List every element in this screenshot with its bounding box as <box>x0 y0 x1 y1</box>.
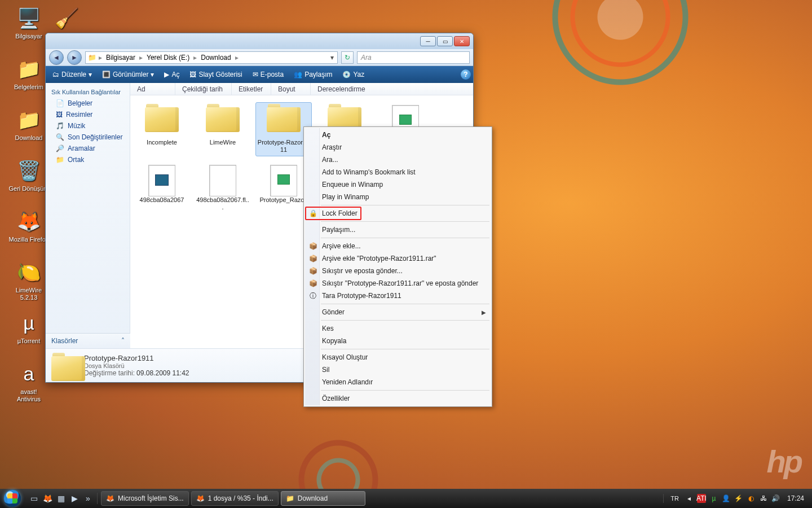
burn-button[interactable]: 💿Yaz <box>338 69 369 80</box>
slideshow-button[interactable]: 🖼Slayt Gösterisi <box>185 69 246 80</box>
organize-button[interactable]: 🗂Düzenle ▾ <box>48 69 96 80</box>
ql-firefox[interactable]: 🦊 <box>42 493 53 504</box>
folder-icon <box>145 107 179 132</box>
ql-media[interactable]: ▶ <box>69 493 80 504</box>
desktop-icon-bilgisayar[interactable]: 🖥️Bilgisayar <box>8 5 49 40</box>
ctx-ara-[interactable]: Ara... <box>305 154 491 166</box>
ctx-kopyala[interactable]: Kopyala <box>305 335 491 347</box>
favlinks-header: Sık Kullanılan Bağlantılar <box>46 86 130 98</box>
item-6[interactable]: 498cba08a2067.fl... <box>195 162 251 214</box>
nav-link-ortak[interactable]: 📁Ortak <box>46 154 130 165</box>
views-button[interactable]: 🔳Görünümler ▾ <box>98 69 158 80</box>
ctx-ar-ive-ekle-prototype-razor191[interactable]: 📦Arşive ekle "Prototype-Razor1911.rar" <box>305 252 491 265</box>
nav-link-müzik[interactable]: 🎵Müzik <box>46 120 130 132</box>
forward-button[interactable]: ► <box>67 50 82 65</box>
ctx-enqueue-in-winamp[interactable]: Enqueue in Winamp <box>305 178 491 191</box>
nav-icon: 🎵 <box>56 122 64 130</box>
ctx--zellikler[interactable]: Özellikler <box>305 392 491 405</box>
task-microsoft-i-letim-si[interactable]: 🦊Microsoft İşletim Sis... <box>101 491 189 506</box>
tray-volume-icon[interactable]: 🔊 <box>771 494 780 503</box>
desktop-icon-geri-d-n-m[interactable]: 🗑️Geri Dönüşüm <box>8 157 49 192</box>
folders-toggle[interactable]: Klasörler˄ <box>46 333 130 348</box>
nav-link-resimler[interactable]: 🖼Resimler <box>46 109 130 120</box>
ctx-kes[interactable]: Kes <box>305 322 491 335</box>
language-indicator[interactable]: TR <box>668 495 681 502</box>
minimize-button[interactable]: ─ <box>420 36 436 46</box>
ctx-tara-prototype-razor1911[interactable]: ⓘTara Prototype-Razor1911 <box>305 290 491 302</box>
ctx-lock-folder[interactable]: 🔒Lock Folder <box>305 207 491 220</box>
ctx-item-icon: 📦 <box>308 279 317 288</box>
ql-more[interactable]: » <box>82 493 94 504</box>
maximize-button[interactable]: ▭ <box>437 36 453 46</box>
tray-expand-icon[interactable]: ◂ <box>685 494 694 503</box>
ctx-s-k-t-r-ve-eposta-g-nder-[interactable]: 📦Sıkıştır ve eposta gönder... <box>305 265 491 277</box>
tray-utorrent-icon[interactable]: µ <box>709 494 718 503</box>
help-button[interactable]: ? <box>461 69 471 80</box>
ctx-g-nder[interactable]: Gönder▶ <box>305 306 491 318</box>
ctx-ar-ive-ekle-[interactable]: 📦Arşive ekle... <box>305 240 491 252</box>
desktop-icon-mozilla-firefox[interactable]: 🦊Mozilla Firefox <box>8 208 49 243</box>
ctx-a-[interactable]: Aç <box>305 129 491 141</box>
window-titlebar[interactable]: ─ ▭ ✕ <box>46 33 473 49</box>
ctx-k-sayol-olu-tur[interactable]: Kısayol Oluştur <box>305 351 491 364</box>
nav-link-belgeler[interactable]: 📄Belgeler <box>46 98 130 109</box>
col-name[interactable]: Ad <box>130 83 175 95</box>
desktop-icon-belgelerim[interactable]: 📁Belgelerim <box>8 55 49 91</box>
col-size[interactable]: Boyut <box>271 83 311 95</box>
item-5[interactable]: 498cba08a2067 <box>134 162 190 214</box>
email-button[interactable]: ✉E-posta <box>248 69 288 80</box>
tray-avast-icon[interactable]: ◐ <box>747 494 756 503</box>
desktop-icon--torrent[interactable]: µµTorrent <box>8 309 49 345</box>
ctx-payla-m-[interactable]: Paylaşım... <box>305 224 491 236</box>
app-icon: 🍋 <box>15 259 42 286</box>
start-button[interactable] <box>0 489 25 508</box>
desktop-icon-download[interactable]: 📁Download <box>8 106 49 142</box>
open-button[interactable]: ▶Aç <box>160 69 184 80</box>
clock[interactable]: 17:24 <box>784 494 807 502</box>
share-button[interactable]: 👥Paylaşım <box>289 69 337 80</box>
item-1[interactable]: LimeWire <box>195 102 251 156</box>
hp-logo: hp <box>767 443 801 480</box>
col-rating[interactable]: Derecelendirme <box>311 83 473 95</box>
ql-switch[interactable]: ▦ <box>55 493 67 504</box>
breadcrumb-bar[interactable]: 📁 ▸ Bilgisayar▸ Yerel Disk (E:)▸ Downloa… <box>85 51 338 64</box>
file-icon <box>148 165 175 196</box>
task-icon: 📁 <box>286 494 294 502</box>
ctx-play-in-winamp[interactable]: Play in Winamp <box>305 191 491 203</box>
taskbar[interactable]: ▭ 🦊 ▦ ▶ » 🦊Microsoft İşletim Sis...🦊1 do… <box>0 489 812 508</box>
share-icon: 👥 <box>294 71 302 78</box>
nav-icon: 🖼 <box>56 111 63 119</box>
app-icon: µ <box>15 309 42 336</box>
nav-link-aramalar[interactable]: 🔎Aramalar <box>46 143 130 154</box>
crumb-1[interactable]: Yerel Disk (E:) <box>145 54 191 62</box>
close-button[interactable]: ✕ <box>454 36 470 46</box>
tray-ati-icon[interactable]: ATI <box>697 494 706 503</box>
tray-user-icon[interactable]: 👤 <box>722 494 731 503</box>
desktop[interactable]: hp 🖥️Bilgisayar🧹CCleaner📁Belgelerim📁Down… <box>0 0 812 508</box>
crumb-2[interactable]: Download <box>199 54 232 62</box>
ctx-sil[interactable]: Sil <box>305 364 491 376</box>
nav-link-son değiştirilenler[interactable]: 🔍Son Değiştirilenler <box>46 132 130 143</box>
task-1-dosya-35-i-ndi-[interactable]: 🦊1 dosya / %35 - İndi... <box>191 491 279 506</box>
search-input[interactable]: Ara <box>357 51 470 64</box>
task-download[interactable]: 📁Download <box>281 491 365 506</box>
ctx-ara-t-r[interactable]: Araştır <box>305 141 491 154</box>
breadcrumb-dropdown[interactable]: ▾ <box>329 54 335 62</box>
ctx-yeniden-adland-r[interactable]: Yeniden Adlandır <box>305 376 491 388</box>
back-button[interactable]: ◄ <box>49 50 64 65</box>
col-date[interactable]: Çekildiği tarih <box>175 83 232 95</box>
crumb-0[interactable]: Bilgisayar <box>104 54 137 62</box>
item-0[interactable]: Incomplete <box>134 102 190 156</box>
context-menu[interactable]: AçAraştırAra...Add to Winamp's Bookmark … <box>303 126 492 407</box>
desktop-icon-avast-antivirus[interactable]: aavast! Antivirus <box>8 360 49 403</box>
refresh-button[interactable]: ↻ <box>341 51 354 64</box>
tray-winamp-icon[interactable]: ⚡ <box>734 494 743 503</box>
ctx-add-to-winamp-s-bookmark-list[interactable]: Add to Winamp's Bookmark list <box>305 166 491 178</box>
ql-show-desktop[interactable]: ▭ <box>28 493 39 504</box>
desktop-icon-limewire-5-2-13[interactable]: 🍋LimeWire 5.2.13 <box>8 259 49 301</box>
column-headers: Ad Çekildiği tarih Etiketler Boyut Derec… <box>130 83 473 95</box>
tray-network-icon[interactable]: 🖧 <box>759 494 768 503</box>
col-tags[interactable]: Etiketler <box>232 83 271 95</box>
ctx-s-k-t-r-prototype-razor1911-ra[interactable]: 📦Sıkıştır "Prototype-Razor1911.rar" ve e… <box>305 277 491 290</box>
app-icon: 🖥️ <box>15 5 42 32</box>
